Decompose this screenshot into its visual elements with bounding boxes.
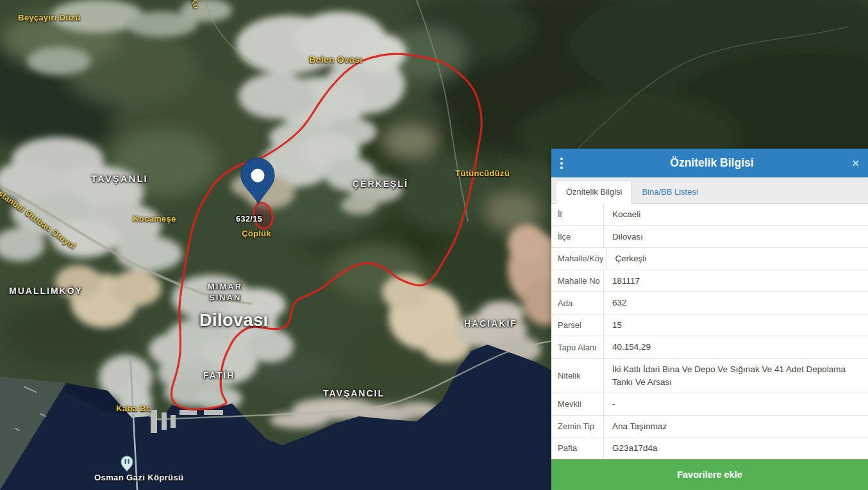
attribute-row-pafta: Pafta G23a17d4a [551,437,868,459]
kebab-menu-icon[interactable] [560,158,572,169]
app-window: Beyçayırı Düzü Ku Belen Ovası TAVŞANLI K… [0,0,868,490]
attribute-row-nitelik: Nitelik İki Katlı İdari Bina Ve Depo Ve … [551,359,868,393]
attribute-row-parsel: Parsel 15 [551,314,868,337]
attribute-row-ada: Ada 632 [551,292,868,314]
attribute-value: G23a17d4a [604,437,868,459]
attribute-value: İki Katlı İdari Bina Ve Depo Ve Sığınak … [604,359,868,393]
attribute-value: Ana Taşınmaz [604,416,868,437]
add-to-favorites-button[interactable]: Favorilere ekle [551,459,868,490]
tab-bina-bb-listesi[interactable]: Bina/BB Listesi [632,181,707,203]
panel-header: Öznitelik Bilgisi × [551,149,868,177]
attribute-panel: Öznitelik Bilgisi × Öznitelik Bilgisi Bi… [551,149,868,490]
attribute-value: 40.154,29 [604,336,868,358]
attribute-label: Tapu Alanı [551,336,604,358]
attribute-value: Kocaeli [604,204,868,225]
attribute-label: İlçe [551,226,604,248]
attribute-row-mahalle-koy: Mahalle/Köy Çerkeşli [551,248,868,270]
close-icon[interactable]: × [852,157,859,169]
attribute-label: İl [551,204,604,225]
attribute-label: Ada [551,292,604,314]
attribute-value: 181117 [604,270,868,292]
attribute-label: Pafta [551,437,604,459]
attribute-table: İl Kocaeli İlçe Dilovası Mahalle/Köy Çer… [551,204,868,459]
panel-tabbar: Öznitelik Bilgisi Bina/BB Listesi [551,177,868,204]
attribute-row-ilce: İlçe Dilovası [551,226,868,249]
attribute-value: 15 [604,314,868,336]
attribute-value: 632 [604,292,868,314]
attribute-row-mevkii: Mevkii - [551,393,868,416]
attribute-value: Dilovası [604,226,868,248]
attribute-label: Nitelik [551,359,604,393]
attribute-value: - [604,393,868,415]
attribute-row-zemin-tip: Zemin Tip Ana Taşınmaz [551,416,868,438]
attribute-row-il: İl Kocaeli [551,204,868,226]
attribute-value: Çerkeşli [607,248,868,270]
attribute-label: Parsel [551,314,604,336]
attribute-label: Mahalle/Köy [551,248,607,270]
attribute-row-mahalle-no: Mahalle No 181117 [551,270,868,293]
attribute-row-tapu-alani: Tapu Alanı 40.154,29 [551,336,868,359]
panel-title: Öznitelik Bilgisi [572,156,852,170]
attribute-label: Mevkii [551,393,604,415]
attribute-label: Mahalle No [551,270,604,292]
attribute-label: Zemin Tip [551,416,604,437]
tab-oznitelik-bilgisi[interactable]: Öznitelik Bilgisi [556,181,632,204]
